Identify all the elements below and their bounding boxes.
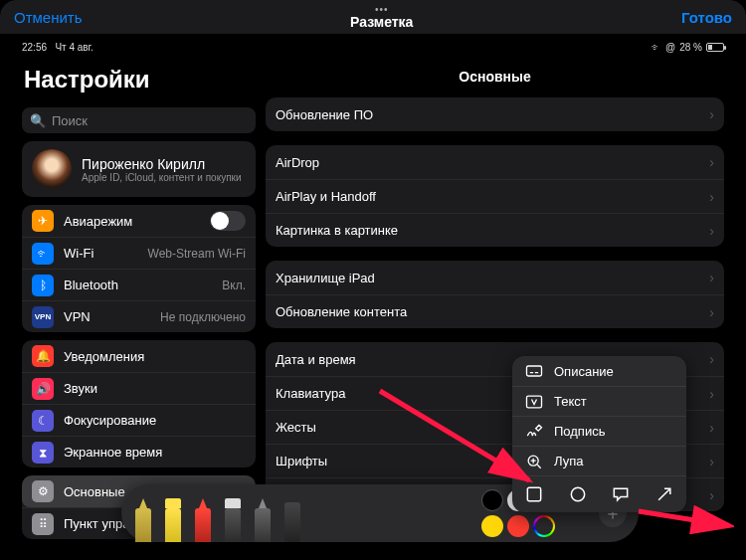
chevron-right-icon: › — [709, 386, 714, 402]
svg-rect-0 — [527, 366, 542, 376]
svg-line-5 — [380, 391, 529, 480]
chevron-right-icon: › — [709, 154, 714, 170]
annotation-arrow-2 — [627, 495, 734, 535]
row-background-refresh[interactable]: Обновление контента› — [266, 294, 724, 328]
sliders-icon: ⠿ — [32, 513, 54, 535]
markup-title: ••• Разметка — [350, 4, 413, 30]
row-airplay[interactable]: AirPlay и Handoff› — [266, 179, 724, 213]
main-header-title: Основные — [266, 56, 724, 97]
wifi-icon: ᯤ — [32, 243, 54, 265]
moon-icon: ☾ — [32, 410, 54, 432]
status-bar: 22:56 Чт 4 авг. ᯤ @ 28 % — [12, 38, 734, 56]
chevron-right-icon: › — [709, 420, 714, 436]
bluetooth-icon: ᛒ — [32, 275, 54, 296]
chevron-right-icon: › — [709, 304, 714, 320]
markup-editor-header: Отменить ••• Разметка Готово — [0, 0, 746, 34]
sidebar-item-wifi[interactable]: ᯤ Wi-Fi Web-Stream Wi-Fi — [22, 237, 256, 269]
pen-tool-pencil[interactable] — [193, 498, 213, 542]
caption-icon — [524, 361, 544, 381]
sidebar-item-focus[interactable]: ☾ Фокусирование — [22, 404, 256, 436]
main-group-sharing: AirDrop› AirPlay и Handoff› Картинка в к… — [266, 145, 724, 247]
main-group-about: Обновление ПО› — [266, 97, 724, 131]
chevron-right-icon: › — [709, 454, 714, 469]
cancel-button[interactable]: Отменить — [14, 9, 83, 26]
pen-tool-highlighter[interactable] — [163, 498, 183, 542]
wifi-status-icon: ᯤ — [652, 42, 661, 53]
gear-icon: ⚙︎ — [32, 480, 54, 502]
speaker-icon: 🔊 — [32, 378, 54, 400]
status-date: Чт 4 авг. — [55, 42, 93, 53]
airplane-toggle[interactable] — [210, 211, 246, 231]
screenshot-canvas[interactable]: 22:56 Чт 4 авг. ᯤ @ 28 % Настройки 🔍 Пои… — [12, 38, 734, 548]
search-input[interactable]: 🔍 Поиск — [22, 107, 256, 133]
search-placeholder: Поиск — [52, 113, 88, 128]
svg-point-4 — [571, 487, 584, 500]
chevron-right-icon: › — [709, 106, 714, 122]
profile-subtitle: Apple ID, iCloud, контент и покупки — [82, 172, 242, 183]
sidebar-group-network: ✈︎ Авиарежим ᯤ Wi-Fi Web-Stream Wi-Fi ᛒ … — [22, 205, 256, 332]
sidebar-item-notifications[interactable]: 🔔 Уведомления — [22, 340, 256, 372]
airplane-icon: ✈︎ — [32, 210, 54, 232]
sidebar-item-airplane[interactable]: ✈︎ Авиарежим — [22, 205, 256, 237]
sidebar-item-sounds[interactable]: 🔊 Звуки — [22, 372, 256, 404]
avatar — [32, 149, 72, 189]
profile-card[interactable]: Пироженко Кирилл Apple ID, iCloud, конте… — [22, 141, 256, 197]
main-group-storage: Хранилище iPad› Обновление контента› — [266, 261, 724, 328]
color-picker-button[interactable] — [533, 515, 555, 537]
page-title: Настройки — [24, 66, 256, 93]
row-software-update[interactable]: Обновление ПО› — [266, 97, 724, 131]
pen-tool-ruler[interactable] — [282, 502, 302, 542]
chevron-right-icon: › — [709, 270, 714, 285]
row-pip[interactable]: Картинка в картинке› — [266, 213, 724, 247]
chevron-right-icon: › — [709, 189, 714, 205]
pen-tool-eraser[interactable] — [223, 498, 243, 542]
at-icon: @ — [665, 42, 675, 53]
vpn-icon: VPN — [32, 306, 54, 328]
chevron-right-icon: › — [709, 223, 714, 239]
done-button[interactable]: Готово — [681, 9, 732, 26]
sidebar-item-vpn[interactable]: VPN VPN Не подключено — [22, 300, 256, 332]
svg-line-6 — [639, 511, 726, 525]
battery-pct: 28 % — [679, 42, 702, 53]
circle-shape-icon[interactable] — [568, 484, 588, 504]
bell-icon: 🔔 — [32, 345, 54, 367]
search-icon: 🔍 — [30, 113, 46, 128]
color-swatch-yellow[interactable] — [481, 515, 503, 537]
status-time: 22:56 — [22, 42, 47, 53]
settings-sidebar: Настройки 🔍 Поиск Пироженко Кирилл Apple… — [12, 56, 266, 548]
sidebar-group-attention: 🔔 Уведомления 🔊 Звуки ☾ Фокусирование ⧗ … — [22, 340, 256, 467]
sidebar-item-screentime[interactable]: ⧗ Экранное время — [22, 436, 256, 467]
chevron-right-icon: › — [709, 351, 714, 367]
hourglass-icon: ⧗ — [32, 442, 54, 464]
sidebar-item-bluetooth[interactable]: ᛒ Bluetooth Вкл. — [22, 269, 256, 300]
color-swatch-red[interactable] — [507, 515, 529, 537]
row-storage[interactable]: Хранилище iPad› — [266, 261, 724, 294]
row-airdrop[interactable]: AirDrop› — [266, 145, 724, 179]
profile-name: Пироженко Кирилл — [82, 156, 242, 172]
battery-icon — [706, 43, 724, 52]
annotation-arrow-1 — [370, 381, 549, 500]
pen-tool-marker[interactable] — [133, 498, 153, 542]
pen-tool-lasso[interactable] — [253, 498, 273, 542]
